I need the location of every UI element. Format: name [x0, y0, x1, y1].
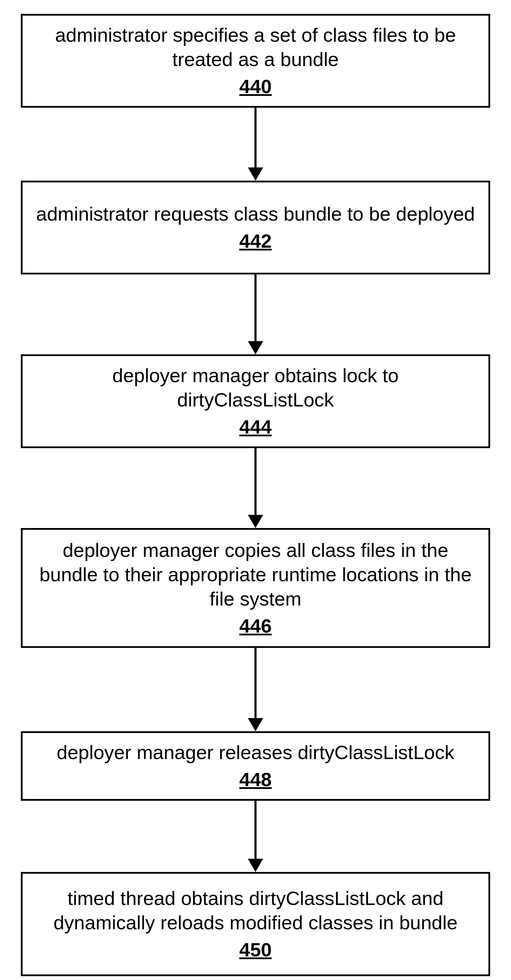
arrow-shaft [254, 648, 257, 718]
flow-node-text: deployer manager obtains lock to dirtyCl… [33, 363, 478, 412]
arrow-head-icon [248, 515, 263, 528]
flow-node-3: deployer manager copies all class files … [21, 528, 490, 648]
flow-arrow-3 [248, 648, 263, 731]
flow-node-text: deployer manager copies all class files … [33, 538, 478, 611]
arrow-shaft [254, 108, 257, 167]
arrow-head-icon [248, 718, 263, 731]
flow-node-number: 444 [239, 415, 271, 439]
arrow-head-icon [248, 341, 263, 354]
flow-node-text: administrator specifies a set of class f… [33, 23, 478, 72]
flow-arrow-1 [248, 274, 263, 354]
arrow-head-icon [248, 167, 263, 181]
flow-node-number: 442 [239, 229, 271, 253]
flow-arrow-2 [248, 448, 263, 528]
flow-node-text: timed thread obtains dirtyClassListLock … [33, 886, 478, 935]
flow-node-5: timed thread obtains dirtyClassListLock … [21, 872, 490, 976]
flow-node-number: 448 [239, 767, 271, 792]
flow-node-text: deployer manager releases dirtyClassList… [57, 740, 454, 765]
flow-node-1: administrator requests class bundle to b… [21, 181, 490, 274]
arrow-head-icon [248, 859, 263, 872]
flow-node-2: deployer manager obtains lock to dirtyCl… [21, 354, 490, 448]
flow-arrow-0 [248, 108, 263, 181]
flow-node-0: administrator specifies a set of class f… [21, 14, 490, 108]
arrow-shaft [254, 274, 257, 341]
flow-node-text: administrator requests class bundle to b… [36, 202, 475, 226]
arrow-shaft [254, 801, 257, 859]
flow-arrow-4 [248, 801, 263, 872]
arrow-shaft [254, 448, 257, 515]
flow-node-4: deployer manager releases dirtyClassList… [21, 731, 490, 801]
flow-node-number: 450 [239, 938, 271, 962]
flow-node-number: 440 [239, 74, 271, 99]
flow-node-number: 446 [239, 614, 271, 638]
flowchart-canvas: administrator specifies a set of class f… [0, 0, 511, 980]
